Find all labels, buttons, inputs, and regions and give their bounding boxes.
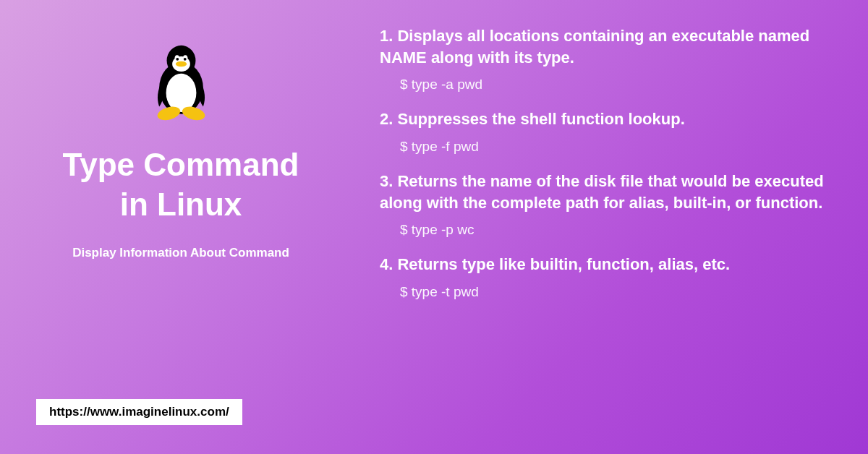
title-line-2: in Linux bbox=[63, 184, 299, 224]
item-command: $ type -a pwd bbox=[380, 77, 843, 93]
left-panel: Type Command in Linux Display Informatio… bbox=[0, 0, 362, 454]
list-item: 4. Returns type like builtin, function, … bbox=[380, 254, 843, 300]
tux-penguin-icon bbox=[147, 43, 216, 123]
item-heading: 3. Returns the name of the disk file tha… bbox=[380, 171, 843, 213]
source-url: https://www.imaginelinux.com/ bbox=[36, 399, 242, 425]
item-heading: 2. Suppresses the shell function lookup. bbox=[380, 108, 843, 130]
svg-point-6 bbox=[176, 58, 179, 61]
list-item: 1. Displays all locations containing an … bbox=[380, 25, 843, 93]
svg-point-2 bbox=[166, 74, 196, 112]
page-subtitle: Display Information About Command bbox=[72, 246, 289, 260]
item-heading: 4. Returns type like builtin, function, … bbox=[380, 254, 843, 275]
svg-point-7 bbox=[183, 58, 186, 61]
list-item: 2. Suppresses the shell function lookup.… bbox=[380, 108, 843, 155]
right-panel: 1. Displays all locations containing an … bbox=[362, 0, 868, 454]
item-command: $ type -t pwd bbox=[380, 284, 843, 300]
item-heading: 1. Displays all locations containing an … bbox=[380, 25, 843, 68]
list-item: 3. Returns the name of the disk file tha… bbox=[380, 171, 843, 238]
item-command: $ type -f pwd bbox=[380, 139, 843, 155]
item-command: $ type -p wc bbox=[380, 222, 843, 238]
svg-point-8 bbox=[175, 61, 186, 67]
title-line-1: Type Command bbox=[63, 145, 299, 184]
page-title: Type Command in Linux bbox=[63, 145, 299, 224]
